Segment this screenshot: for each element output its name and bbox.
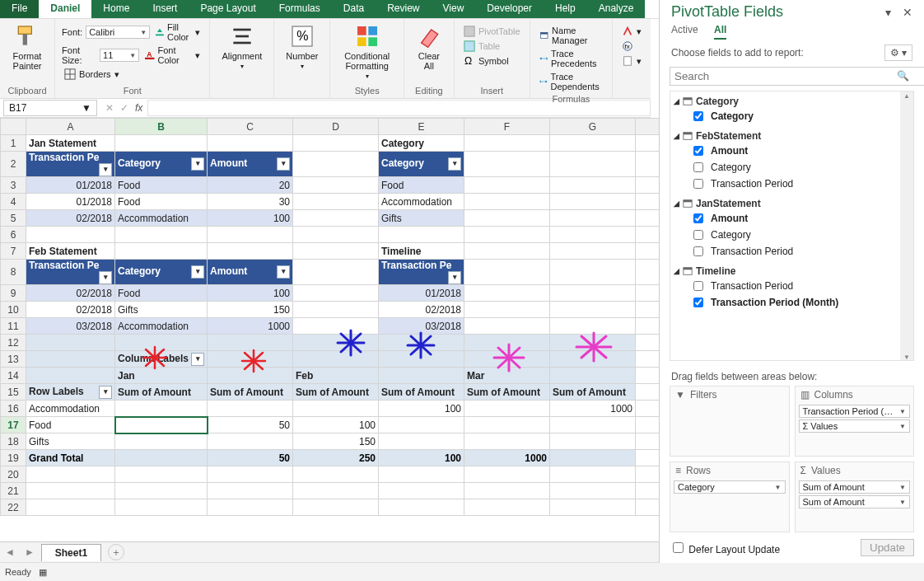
cell-c4[interactable]: 30: [208, 194, 293, 210]
filter-icon[interactable]: ▾: [191, 265, 204, 279]
cell-a7[interactable]: Feb Statement: [26, 243, 115, 260]
column-pill-2[interactable]: Σ Values▼: [799, 419, 911, 433]
cell-e8[interactable]: Transaction Pe▾: [379, 260, 464, 285]
filter-icon[interactable]: ▾: [99, 271, 112, 284]
cell-d18[interactable]: 150: [293, 433, 379, 450]
value-pill-1[interactable]: Sum of Amount▼: [799, 480, 911, 494]
cell-a8[interactable]: Transaction Pe▾: [26, 260, 115, 285]
tab-file[interactable]: File: [0, 0, 39, 18]
cell-g16[interactable]: 1000: [550, 401, 636, 417]
font-color-button[interactable]: AFont Color▾: [142, 45, 203, 66]
add-sheet-button[interactable]: ＋: [108, 544, 124, 560]
field-group-FebStatement[interactable]: ◢FebStatement: [672, 129, 912, 143]
cell-b17[interactable]: [115, 417, 208, 433]
field-item[interactable]: Transaction Period: [672, 278, 912, 294]
panel-close-icon[interactable]: ✕: [903, 6, 912, 19]
cell-b13[interactable]: Column Labels▾: [115, 351, 208, 368]
cell-c2[interactable]: Amount▾: [208, 152, 293, 177]
fontsize-select[interactable]: 11▼: [100, 49, 139, 62]
cell-b3[interactable]: Food: [115, 177, 208, 194]
cell-b5[interactable]: Accommodation: [115, 210, 208, 227]
cell-c8[interactable]: Amount▾: [208, 260, 293, 285]
filter-icon[interactable]: ▾: [191, 157, 204, 171]
macro-record-icon[interactable]: ▦: [39, 567, 47, 577]
cell-b15[interactable]: Sum of Amount: [115, 384, 208, 401]
number-button[interactable]: % Number▾: [281, 21, 323, 72]
cell-c15[interactable]: Sum of Amount: [208, 384, 293, 401]
cell-e19[interactable]: 100: [379, 450, 464, 466]
filters-area[interactable]: ▼Filters: [670, 386, 790, 457]
row-pill-1[interactable]: Category▼: [674, 480, 786, 494]
columns-area[interactable]: ▥Columns Transaction Period (…▼ Σ Values…: [795, 386, 915, 457]
cell-b9[interactable]: Food: [115, 285, 208, 302]
cell-a15[interactable]: Row Labels▾: [26, 384, 115, 401]
cell-e5[interactable]: Gifts: [379, 210, 464, 227]
field-item[interactable]: Transaction Period (Month): [672, 294, 912, 311]
cell-e10[interactable]: 02/2018: [379, 302, 464, 318]
field-item[interactable]: Category: [672, 159, 912, 176]
filter-icon[interactable]: ▾: [448, 271, 461, 284]
tab-help[interactable]: Help: [544, 0, 587, 18]
cell-a2[interactable]: Transaction Pe▾: [26, 152, 115, 177]
cell-d14[interactable]: Feb: [293, 368, 379, 384]
field-search-input[interactable]: [670, 67, 924, 86]
table-button[interactable]: Table: [461, 40, 523, 53]
panel-minimize-icon[interactable]: ▾: [885, 6, 891, 19]
enter-icon[interactable]: ✓: [120, 102, 128, 114]
format-painter-button[interactable]: Format Painter: [7, 21, 48, 73]
symbol-button[interactable]: ΩSymbol: [461, 54, 523, 68]
tab-developer[interactable]: Developer: [475, 0, 544, 18]
cell-a3[interactable]: 01/2018: [26, 177, 115, 194]
field-group-Timeline[interactable]: ◢Timeline: [672, 265, 912, 278]
cell-b2[interactable]: Category▾: [115, 152, 208, 177]
misc-button-1[interactable]: ▾: [619, 25, 644, 38]
field-list[interactable]: ◢CategoryCategory◢FebStatementAmountCate…: [670, 91, 914, 361]
cell-c17[interactable]: 50: [208, 417, 293, 433]
update-button[interactable]: Update: [861, 539, 914, 556]
filter-icon[interactable]: ▾: [99, 163, 112, 176]
cell-f14[interactable]: Mar: [464, 368, 550, 384]
tab-home[interactable]: Home: [91, 0, 141, 18]
field-group-JanStatement[interactable]: ◢JanStatement: [672, 197, 912, 210]
cell-a18[interactable]: Gifts: [26, 433, 115, 450]
cell-f15[interactable]: Sum of Amount: [464, 384, 550, 401]
cell-f19[interactable]: 1000: [464, 450, 550, 466]
alignment-button[interactable]: Alignment▾: [217, 21, 267, 72]
cell-a17[interactable]: Food: [26, 417, 115, 433]
cell-e7[interactable]: Timeline: [379, 243, 464, 260]
filter-icon[interactable]: ▾: [99, 386, 112, 399]
column-pill-1[interactable]: Transaction Period (…▼: [799, 405, 911, 418]
misc-button-3[interactable]: ▾: [619, 54, 644, 68]
cell-a16[interactable]: Accommodation: [26, 401, 115, 417]
cell-c5[interactable]: 100: [208, 210, 293, 227]
borders-button[interactable]: Borders▾: [62, 68, 122, 81]
filter-icon[interactable]: ▾: [191, 353, 204, 366]
panel-settings-button[interactable]: ⚙ ▾: [884, 45, 912, 61]
sheet-tab-sheet1[interactable]: Sheet1: [41, 544, 101, 561]
cell-e11[interactable]: 03/2018: [379, 318, 464, 335]
field-item[interactable]: Transaction Period: [672, 176, 912, 192]
cell-a9[interactable]: 02/2018: [26, 285, 115, 302]
field-item[interactable]: Amount: [672, 143, 912, 159]
filter-icon[interactable]: ▾: [448, 157, 461, 171]
field-list-scrollbar[interactable]: ▲▼: [900, 91, 913, 361]
sheet-nav-next[interactable]: ►: [20, 546, 40, 558]
panel-tab-all[interactable]: All: [714, 24, 726, 40]
conditional-formatting-button[interactable]: Conditional Formatting▾: [337, 21, 396, 82]
tab-data[interactable]: Data: [332, 0, 376, 18]
cell-c9[interactable]: 100: [208, 285, 293, 302]
cell-a4[interactable]: 01/2018: [26, 194, 115, 210]
trace-dependents-button[interactable]: Trace Dependents: [537, 71, 605, 92]
rows-area[interactable]: ≡Rows Category▼: [670, 462, 790, 532]
panel-tab-active[interactable]: Active: [671, 24, 698, 35]
tab-review[interactable]: Review: [376, 0, 431, 18]
cell-e2[interactable]: Category▾: [379, 152, 464, 177]
tab-analyze[interactable]: Analyze: [587, 0, 646, 18]
clear-all-button[interactable]: Clear All: [411, 21, 447, 73]
value-pill-2[interactable]: Sum of Amount▼: [799, 495, 911, 508]
trace-precedents-button[interactable]: Trace Precedents: [537, 48, 605, 69]
pivottable-button[interactable]: PivotTable: [461, 25, 523, 38]
cell-a1[interactable]: Jan Statement: [26, 135, 115, 152]
cell-g15[interactable]: Sum of Amount: [550, 384, 636, 401]
cell-b11[interactable]: Accommodation: [115, 318, 208, 335]
